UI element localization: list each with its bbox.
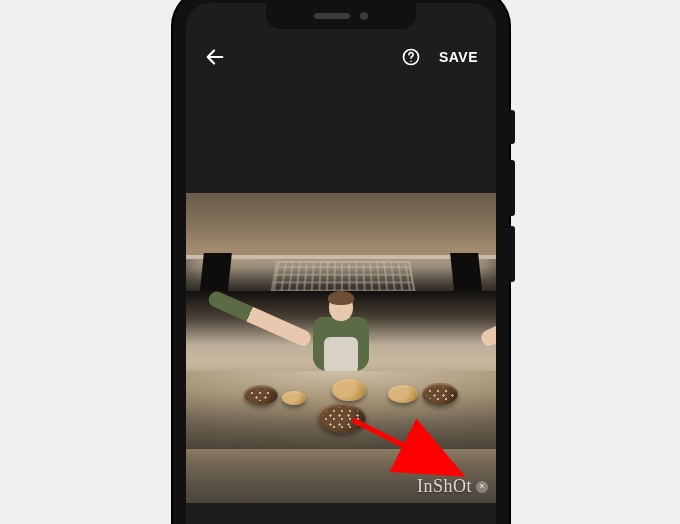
power-button — [509, 110, 515, 144]
front-camera — [360, 12, 368, 20]
help-icon[interactable] — [401, 47, 421, 67]
save-button[interactable]: SAVE — [439, 49, 478, 65]
photo-preview[interactable]: InShOt × — [186, 193, 496, 503]
top-bar: SAVE — [186, 37, 496, 77]
volume-up-button — [509, 160, 515, 216]
back-arrow-icon[interactable] — [204, 46, 226, 68]
cookie — [282, 391, 306, 405]
volume-down-button — [509, 226, 515, 282]
cookie — [318, 403, 366, 433]
hair — [328, 291, 354, 305]
phone-frame: SAVE — [173, 0, 509, 524]
screen: SAVE — [186, 3, 496, 524]
oven-rack — [270, 261, 416, 294]
watermark-text: InShOt — [417, 476, 472, 497]
watermark[interactable]: InShOt × — [417, 476, 488, 497]
close-icon[interactable]: × — [476, 481, 488, 493]
speaker — [314, 13, 350, 19]
cookie — [388, 385, 418, 403]
notch — [266, 3, 416, 29]
svg-point-2 — [410, 60, 412, 61]
cookie — [422, 383, 458, 405]
cookie — [244, 385, 278, 405]
cookie — [332, 379, 366, 401]
stage: SAVE — [0, 0, 680, 524]
